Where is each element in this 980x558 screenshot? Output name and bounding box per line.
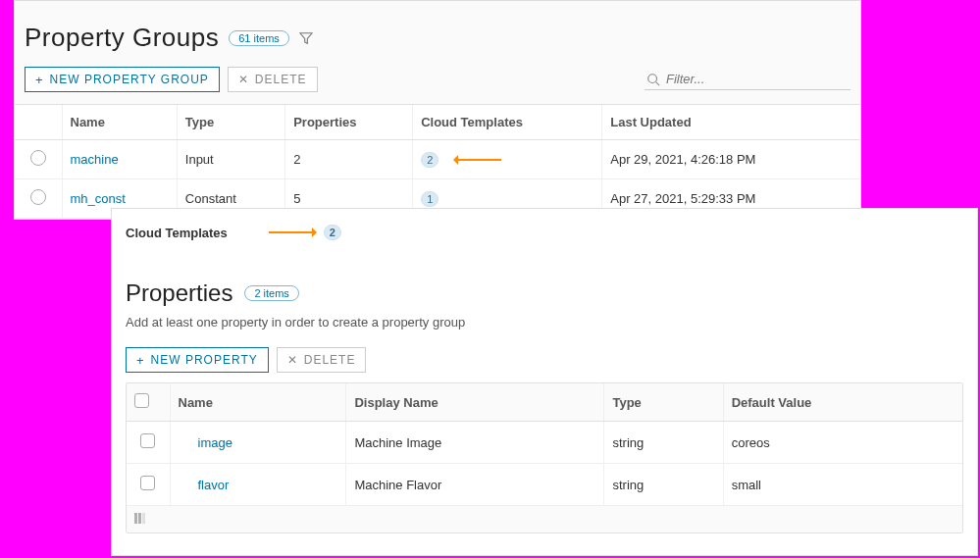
col-properties[interactable]: Properties xyxy=(285,105,413,140)
property-name-link[interactable]: flavor xyxy=(198,478,230,492)
property-type: string xyxy=(604,422,723,464)
new-property-button[interactable]: + NEW PROPERTY xyxy=(126,347,269,373)
plus-icon: + xyxy=(35,74,44,86)
group-name-link[interactable]: mh_const xyxy=(71,191,126,206)
properties-title: Properties xyxy=(126,279,232,307)
close-icon: ✕ xyxy=(287,354,298,366)
new-property-group-button[interactable]: + NEW PROPERTY GROUP xyxy=(25,67,220,92)
properties-count-badge: 2 items xyxy=(244,285,298,301)
row-select-checkbox[interactable] xyxy=(140,433,155,448)
group-last-updated: Apr 29, 2021, 4:26:18 PM xyxy=(602,140,860,179)
search-icon xyxy=(646,73,660,86)
row-select-checkbox[interactable] xyxy=(140,476,155,490)
property-groups-table: Name Type Properties Cloud Templates Las… xyxy=(15,104,860,219)
svg-point-0 xyxy=(648,74,657,82)
delete-property-button[interactable]: ✕ DELETE xyxy=(277,347,367,373)
new-property-label: NEW PROPERTY xyxy=(151,353,258,367)
detail-panel: Cloud Templates 2 Properties 2 items Add… xyxy=(111,208,978,556)
table-row[interactable]: image Machine Image string coreos xyxy=(127,422,962,464)
select-all-checkbox[interactable] xyxy=(134,393,149,408)
new-property-group-label: NEW PROPERTY GROUP xyxy=(50,73,209,86)
item-count-badge: 61 items xyxy=(229,30,289,46)
delete-label: DELETE xyxy=(255,73,307,86)
property-display-name: Machine Flavor xyxy=(346,464,604,506)
column-picker-icon[interactable] xyxy=(134,513,145,524)
plus-icon: + xyxy=(136,354,145,367)
filter-search[interactable] xyxy=(645,69,851,90)
col-display-name[interactable]: Display Name xyxy=(346,383,604,422)
col-last-updated[interactable]: Last Updated xyxy=(602,105,860,140)
col-name[interactable]: Name xyxy=(62,105,177,140)
delete-property-label: DELETE xyxy=(304,353,356,367)
col-type[interactable]: Type xyxy=(604,383,723,422)
property-default-value: small xyxy=(723,464,962,506)
col-type[interactable]: Type xyxy=(177,105,284,140)
annotation-arrow-icon xyxy=(454,159,501,161)
property-type: string xyxy=(604,464,723,506)
group-properties: 2 xyxy=(285,140,413,179)
row-select-radio[interactable] xyxy=(30,150,46,166)
svg-line-1 xyxy=(656,81,660,85)
annotation-arrow-icon xyxy=(269,231,316,233)
cloud-templates-badge[interactable]: 1 xyxy=(421,191,438,207)
close-icon: ✕ xyxy=(238,74,249,85)
cloud-templates-badge[interactable]: 2 xyxy=(421,152,438,168)
properties-table: Name Display Name Type Default Value ima… xyxy=(127,383,962,506)
group-type: Input xyxy=(177,140,284,179)
table-row[interactable]: flavor Machine Flavor string small xyxy=(127,464,962,506)
property-name-link[interactable]: image xyxy=(198,435,232,450)
properties-help-text: Add at least one property in order to cr… xyxy=(126,315,963,330)
table-row[interactable]: machine Input 2 2 Apr 29, 2021, 4:26:18 … xyxy=(15,140,860,179)
delete-button[interactable]: ✕ DELETE xyxy=(228,67,318,92)
cloud-templates-label: Cloud Templates xyxy=(126,226,228,240)
property-groups-panel: Property Groups 61 items + NEW PROPERTY … xyxy=(14,0,861,220)
row-select-radio[interactable] xyxy=(30,189,46,205)
group-name-link[interactable]: machine xyxy=(71,152,119,167)
property-default-value: coreos xyxy=(723,422,962,464)
col-default-value[interactable]: Default Value xyxy=(723,383,962,422)
page-title: Property Groups xyxy=(25,23,219,53)
cloud-templates-count-badge[interactable]: 2 xyxy=(324,225,341,240)
col-cloud-templates[interactable]: Cloud Templates xyxy=(413,105,602,140)
filter-input[interactable] xyxy=(666,72,849,86)
property-display-name: Machine Image xyxy=(346,422,604,464)
filter-icon[interactable] xyxy=(299,31,313,45)
col-name[interactable]: Name xyxy=(170,383,346,422)
